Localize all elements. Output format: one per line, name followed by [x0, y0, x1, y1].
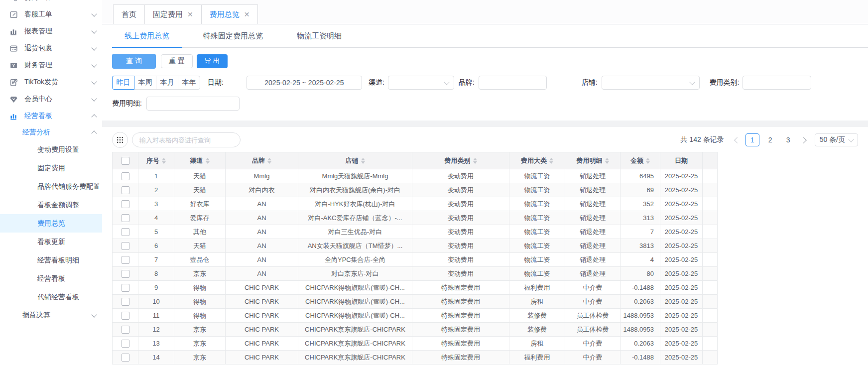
channel-select[interactable] — [388, 76, 454, 90]
cell-金额: 1488.0953 — [620, 309, 660, 323]
table-search-input[interactable] — [132, 132, 241, 147]
prev-page-icon[interactable] — [734, 137, 741, 143]
cell-费用类别: 变动费用 — [412, 183, 509, 197]
tab-固定费用[interactable]: 固定费用✕ — [145, 4, 202, 24]
sidebar-subitem-变动费用设置[interactable]: 变动费用设置 — [0, 140, 102, 159]
cell-店铺: 对白-AKC爱库存店铺（蓝念）-... — [298, 211, 412, 225]
column-header-费用类别[interactable]: 费用类别 — [412, 152, 509, 169]
quick-date-昨日[interactable]: 昨日 — [112, 76, 134, 90]
sidebar-item-会员中心[interactable]: 会员中心 — [0, 91, 102, 108]
date-range-input[interactable]: 2025-02-25 ~ 2025-02-25 — [247, 76, 362, 90]
reset-button[interactable]: 重 置 — [161, 54, 193, 68]
page-3[interactable]: 3 — [781, 133, 795, 146]
column-header-序号[interactable]: 序号 — [138, 152, 174, 169]
sidebar-item-客服工单[interactable]: 客服工单 — [0, 6, 102, 23]
cell-费用类别: 变动费用 — [412, 225, 509, 239]
row-checkbox[interactable] — [122, 172, 129, 180]
page-2[interactable]: 2 — [763, 133, 777, 146]
tab-首页[interactable]: 首页 — [113, 4, 145, 24]
row-checkbox[interactable] — [122, 242, 129, 250]
sidebar-subitem-品牌代销服务费配置[interactable]: 品牌代销服务费配置 — [0, 177, 102, 196]
select-all-checkbox[interactable] — [122, 157, 129, 165]
column-header-费用大类[interactable]: 费用大类 — [509, 152, 565, 169]
export-button[interactable]: 导 出 — [197, 54, 228, 68]
column-label: 费用大类 — [521, 156, 547, 165]
column-header-店铺[interactable]: 店铺 — [298, 152, 412, 169]
sort-asc-icon — [605, 158, 609, 160]
row-checkbox[interactable] — [122, 284, 129, 292]
sidebar-item-退货包裹[interactable]: 退货包裹 — [0, 40, 102, 57]
brand-input[interactable] — [479, 76, 547, 90]
fee-type-input[interactable] — [743, 76, 811, 90]
sort-icon[interactable] — [162, 158, 166, 164]
sidebar-subitem-代销经营看板[interactable]: 代销经营看板 — [0, 288, 102, 306]
subtab-线上费用总览[interactable]: 线上费用总览 — [112, 24, 182, 47]
sidebar-subitem-经营看板[interactable]: 经营看板 — [0, 269, 102, 288]
cell-金额: 0.2063 — [620, 337, 660, 351]
sort-icon[interactable] — [267, 158, 271, 164]
sidebar-subitem-看板金额调整[interactable]: 看板金额调整 — [0, 196, 102, 214]
quick-date-本年[interactable]: 本年 — [178, 76, 200, 90]
query-button[interactable]: 查 询 — [112, 54, 156, 69]
row-checkbox[interactable] — [122, 326, 129, 334]
row-checkbox[interactable] — [122, 270, 129, 278]
subtab-特殊固定费用总览[interactable]: 特殊固定费用总览 — [191, 24, 275, 47]
row-checkbox[interactable] — [122, 312, 129, 320]
shop-select[interactable] — [602, 76, 700, 90]
sort-asc-icon — [473, 158, 477, 160]
chevron-down-icon — [91, 312, 97, 317]
cell-费用类别: 特殊固定费用 — [412, 351, 509, 365]
column-header-品牌[interactable]: 品牌 — [226, 152, 298, 169]
column-settings-button[interactable] — [112, 132, 128, 148]
row-checkbox[interactable] — [122, 340, 129, 348]
sidebar-item-TikTok发货[interactable]: TikTok发货 — [0, 74, 102, 91]
sidebar-item-协同工作[interactable]: 协同工作 — [0, 0, 102, 6]
tab-费用总览[interactable]: 费用总览✕ — [202, 4, 258, 24]
row-checkbox[interactable] — [122, 214, 129, 222]
close-icon[interactable]: ✕ — [244, 11, 250, 18]
row-checkbox[interactable] — [122, 186, 129, 194]
fee-detail-input[interactable] — [146, 97, 240, 111]
sidebar-item-财务管理[interactable]: 财务管理 — [0, 57, 102, 74]
close-icon[interactable]: ✕ — [187, 11, 193, 18]
column-label: 费用类别 — [445, 156, 471, 165]
table-header-row: 序号渠道品牌店铺费用类别费用大类费用明细金额日期 — [113, 152, 718, 169]
sidebar-subitem-看板更新[interactable]: 看板更新 — [0, 233, 102, 251]
row-checkbox-cell — [113, 211, 138, 225]
sidebar-group-经营分析[interactable]: 经营分析 — [0, 124, 102, 140]
column-label: 日期 — [675, 156, 688, 165]
sort-icon[interactable] — [206, 158, 210, 164]
page-size-select[interactable]: 50 条/页 — [815, 133, 858, 146]
sort-icon[interactable] — [646, 158, 650, 164]
page-1[interactable]: 1 — [745, 133, 759, 146]
sort-icon[interactable] — [549, 158, 553, 164]
quick-date-本周[interactable]: 本周 — [134, 76, 156, 90]
sort-desc-icon — [206, 161, 210, 164]
row-checkbox[interactable] — [122, 298, 129, 306]
row-empty-cell — [703, 253, 718, 267]
sidebar-item-报表管理[interactable]: 报表管理 — [0, 23, 102, 40]
row-checkbox[interactable] — [122, 200, 129, 208]
row-checkbox[interactable] — [122, 256, 129, 264]
sort-icon[interactable] — [605, 158, 609, 164]
column-header-费用明细[interactable]: 费用明细 — [565, 152, 620, 169]
column-header-金额[interactable]: 金额 — [620, 152, 660, 169]
column-header-渠道[interactable]: 渠道 — [174, 152, 226, 169]
row-checkbox[interactable] — [122, 354, 129, 362]
sort-icon[interactable] — [361, 158, 365, 164]
sidebar-subitem-固定费用[interactable]: 固定费用 — [0, 159, 102, 177]
sidebar-subitem-经营看板明细[interactable]: 经营看板明细 — [0, 251, 102, 269]
sort-desc-icon — [473, 161, 477, 164]
cell-渠道: 壹品仓 — [174, 253, 226, 267]
subtab-物流工资明细[interactable]: 物流工资明细 — [284, 24, 354, 47]
sidebar-item-损益决算[interactable]: 损益决算 — [0, 306, 102, 324]
page-size-value: 50 条/页 — [820, 135, 845, 144]
sidebar-subitem-费用总览[interactable]: 费用总览 — [0, 214, 102, 233]
sidebar-item-经营看板[interactable]: 经营看板 — [0, 108, 102, 124]
row-checkbox[interactable] — [122, 228, 129, 236]
cell-费用类别: 变动费用 — [412, 253, 509, 267]
cell-费用大类: 房租 — [509, 295, 565, 309]
sort-icon[interactable] — [473, 158, 477, 164]
next-page-icon[interactable] — [800, 137, 807, 143]
quick-date-本月[interactable]: 本月 — [156, 76, 178, 90]
